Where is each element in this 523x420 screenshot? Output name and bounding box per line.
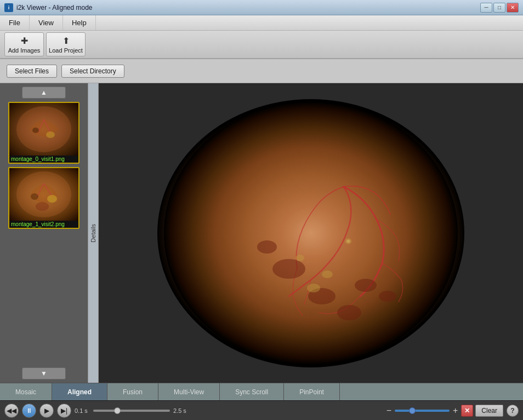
tab-multiview[interactable]: Multi-View — [158, 383, 220, 400]
svg-point-22 — [295, 255, 304, 261]
time-slider-container — [93, 410, 170, 412]
step-forward-button[interactable]: ▶| — [57, 404, 71, 418]
svg-point-8 — [47, 195, 57, 203]
image-viewer[interactable] — [99, 83, 523, 383]
clear-button[interactable]: Clear — [475, 405, 503, 417]
tab-syncscroll[interactable]: Sync Scroll — [220, 383, 284, 400]
file-select-area: Select Files Select Directory — [0, 59, 523, 83]
tab-mosaic[interactable]: Mosaic — [0, 383, 52, 400]
add-images-button[interactable]: ✚ Add Images — [4, 32, 44, 56]
time-end-label: 2.5 s — [173, 407, 189, 414]
minimize-button[interactable]: ─ — [480, 3, 492, 13]
menu-help[interactable]: Help — [63, 15, 96, 30]
retina-image — [157, 99, 464, 367]
svg-point-19 — [379, 291, 396, 302]
scroll-down-button[interactable]: ▼ — [22, 367, 66, 379]
details-panel[interactable]: Details — [88, 83, 99, 383]
svg-point-14 — [272, 259, 305, 279]
toolbar: ✚ Add Images ⬆ Load Project — [0, 31, 523, 59]
pause-button[interactable]: ⏸ — [22, 404, 36, 418]
retina-svg — [157, 99, 464, 367]
svg-point-9 — [31, 193, 38, 200]
details-label: Details — [90, 224, 96, 243]
thumbnail-panel: ▲ + montage_0_visit1.png — [0, 83, 88, 383]
time-start-label: 0.1 s — [75, 407, 90, 414]
zoom-minus-icon[interactable]: − — [386, 406, 391, 416]
add-images-icon: ✚ — [21, 36, 28, 46]
x-button[interactable]: ✕ — [461, 405, 473, 417]
window-title: i2k Viewer - Aligned mode — [16, 4, 93, 11]
svg-point-20 — [307, 284, 320, 292]
svg-point-3 — [46, 131, 55, 138]
svg-point-13 — [321, 220, 367, 261]
play-back-button[interactable]: ◀◀ — [4, 404, 19, 418]
select-directory-button[interactable]: Select Directory — [61, 65, 124, 78]
zoom-plus-icon[interactable]: + — [453, 406, 458, 416]
svg-point-4 — [32, 128, 39, 133]
svg-point-17 — [257, 240, 277, 254]
zoom-slider[interactable] — [395, 410, 450, 412]
thumbnail-item-0[interactable]: + montage_0_visit1.png — [8, 102, 79, 164]
main-area: ▲ + montage_0_visit1.png — [0, 83, 523, 383]
select-files-button[interactable]: Select Files — [7, 65, 57, 78]
thumbnail-list: + montage_0_visit1.png + — [4, 100, 84, 366]
svg-point-21 — [322, 271, 333, 278]
thumbnail-item-1[interactable]: + montage_1_visit2.png — [8, 167, 79, 229]
time-slider[interactable] — [93, 410, 170, 412]
tabs-bar: Mosaic Aligned Fusion Multi-View Sync Sc… — [0, 383, 523, 400]
app-icon: i — [4, 3, 13, 12]
thumbnail-label-1: montage_1_visit2.png — [9, 221, 78, 228]
title-bar: i i2k Viewer - Aligned mode ─ □ ✕ — [0, 0, 523, 15]
load-project-icon: ⬆ — [62, 36, 70, 46]
svg-point-12 — [164, 102, 458, 365]
svg-point-18 — [337, 305, 361, 320]
clear-area: ✕ Clear — [461, 405, 503, 417]
close-button[interactable]: ✕ — [507, 3, 519, 13]
maximize-button[interactable]: □ — [493, 3, 505, 13]
load-project-button[interactable]: ⬆ Load Project — [46, 32, 86, 56]
tab-fusion[interactable]: Fusion — [107, 383, 158, 400]
svg-point-16 — [355, 279, 377, 292]
bottom-bar: ◀◀ ⏸ ▶ ▶| 0.1 s 2.5 s − + ✕ Clear ? — [0, 400, 523, 420]
svg-point-10 — [36, 202, 49, 211]
menu-file[interactable]: File — [0, 15, 30, 30]
window-controls: ─ □ ✕ — [480, 3, 519, 13]
help-button[interactable]: ? — [507, 405, 519, 417]
scroll-up-button[interactable]: ▲ — [22, 87, 66, 99]
menu-view[interactable]: View — [30, 15, 63, 30]
play-forward-button[interactable]: ▶ — [39, 404, 54, 418]
menu-bar: File View Help — [0, 15, 523, 31]
tab-pinpoint[interactable]: PinPoint — [284, 383, 340, 400]
tab-aligned[interactable]: Aligned — [52, 383, 107, 400]
thumbnail-label-0: montage_0_visit1.png — [9, 156, 78, 163]
